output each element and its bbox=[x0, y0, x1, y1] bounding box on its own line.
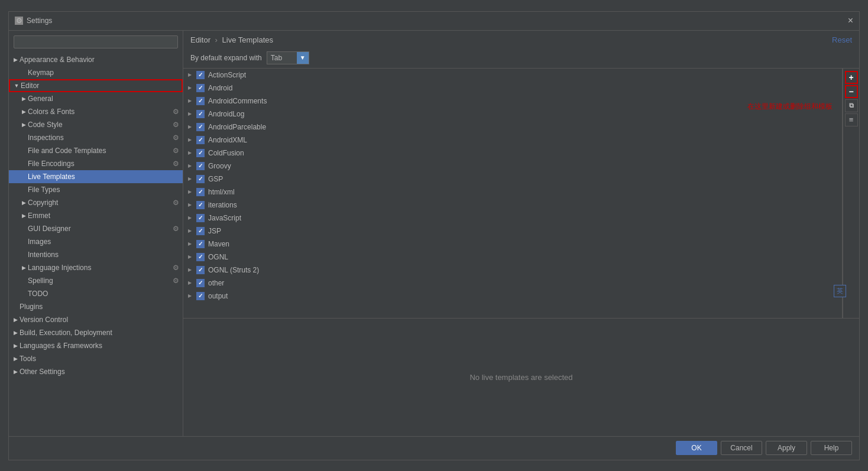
sidebar-item-file-types[interactable]: File Types bbox=[9, 183, 183, 196]
list-item[interactable]: output bbox=[183, 290, 842, 303]
sidebar-item-colors-fonts[interactable]: Colors & Fonts ⚙ bbox=[9, 105, 183, 118]
checkbox-iterations[interactable] bbox=[196, 201, 205, 209]
close-button[interactable]: × bbox=[848, 16, 853, 25]
ok-button[interactable]: OK bbox=[676, 441, 717, 455]
list-item[interactable]: OGNL bbox=[183, 251, 842, 264]
gear-icon-file-encodings: ⚙ bbox=[171, 159, 180, 168]
add-button[interactable]: + bbox=[845, 71, 858, 84]
list-item[interactable]: other bbox=[183, 277, 842, 290]
sidebar-item-tools[interactable]: Tools bbox=[9, 352, 183, 365]
sidebar-item-editor[interactable]: Editor bbox=[9, 79, 183, 92]
list-item[interactable]: html/xml bbox=[183, 186, 842, 199]
checkbox-ognl-struts[interactable] bbox=[196, 266, 205, 274]
checkbox-htmlxml[interactable] bbox=[196, 188, 205, 196]
dropdown-arrow-button[interactable]: ▼ bbox=[297, 52, 309, 64]
checkbox-androidlog[interactable] bbox=[196, 110, 205, 118]
sidebar-item-build[interactable]: Build, Execution, Deployment bbox=[9, 326, 183, 339]
checkbox-maven[interactable] bbox=[196, 240, 205, 248]
list-item[interactable]: ColdFusion bbox=[183, 147, 842, 160]
sidebar-item-languages[interactable]: Languages & Frameworks bbox=[9, 339, 183, 352]
expand-with-dropdown[interactable]: Tab ▼ bbox=[267, 51, 309, 64]
list-item-label: AndroidComments bbox=[208, 97, 267, 105]
checkbox-androidcomments[interactable] bbox=[196, 97, 205, 105]
list-row-arrow bbox=[188, 202, 196, 207]
arrow-code-style bbox=[20, 121, 28, 129]
arrow-copyright bbox=[20, 199, 28, 207]
checkbox-output[interactable] bbox=[196, 292, 205, 300]
sidebar-item-code-style[interactable]: Code Style ⚙ bbox=[9, 118, 183, 131]
list-item[interactable]: Groovy bbox=[183, 160, 842, 173]
checkbox-coldfusion[interactable] bbox=[196, 149, 205, 157]
remove-button[interactable]: − bbox=[845, 85, 858, 98]
list-row-arrow bbox=[188, 98, 196, 103]
checkbox-other[interactable] bbox=[196, 279, 205, 287]
cancel-button[interactable]: Cancel bbox=[721, 441, 762, 455]
language-indicator[interactable]: 英 bbox=[834, 285, 846, 297]
checkbox-javascript[interactable] bbox=[196, 214, 205, 222]
checkbox-androidxml[interactable] bbox=[196, 136, 205, 144]
sidebar-item-live-templates[interactable]: Live Templates bbox=[9, 170, 183, 183]
arrow-other bbox=[11, 368, 20, 376]
list-item[interactable]: ActionScript bbox=[183, 69, 842, 82]
sidebar-item-file-code-templates[interactable]: File and Code Templates ⚙ bbox=[9, 144, 183, 157]
sidebar-item-keymap[interactable]: Keymap bbox=[9, 66, 183, 79]
list-item[interactable]: JSP bbox=[183, 225, 842, 238]
list-item[interactable]: AndroidComments bbox=[183, 95, 842, 108]
list-item[interactable]: JavaScript bbox=[183, 212, 842, 225]
breadcrumb: Editor › Live Templates bbox=[190, 35, 273, 44]
list-item[interactable]: AndroidXML bbox=[183, 134, 842, 147]
sidebar-item-todo[interactable]: TODO bbox=[9, 287, 183, 300]
list-row-arrow bbox=[188, 72, 196, 77]
sidebar-item-plugins[interactable]: Plugins bbox=[9, 300, 183, 313]
checkbox-groovy[interactable] bbox=[196, 162, 205, 170]
sidebar-item-gui-designer[interactable]: GUI Designer ⚙ bbox=[9, 222, 183, 235]
list-item[interactable]: AndroidLog bbox=[183, 108, 842, 121]
checkbox-jsp[interactable] bbox=[196, 227, 205, 235]
template-groups-list: ActionScript Android AndroidComments bbox=[183, 69, 843, 318]
sidebar-item-intentions[interactable]: Intentions bbox=[9, 248, 183, 261]
checkbox-gsp[interactable] bbox=[196, 175, 205, 183]
tree-container: Appearance & Behavior Keymap Editor Gene… bbox=[9, 53, 183, 436]
main-content: Appearance & Behavior Keymap Editor Gene… bbox=[9, 31, 859, 436]
sidebar-item-file-encodings[interactable]: File Encodings ⚙ bbox=[9, 157, 183, 170]
list-item-label: GSP bbox=[208, 175, 223, 183]
list-item[interactable]: Android bbox=[183, 82, 842, 95]
settings-button[interactable]: ≡ bbox=[845, 113, 858, 126]
list-item[interactable]: GSP bbox=[183, 173, 842, 186]
sidebar-item-general[interactable]: General bbox=[9, 92, 183, 105]
list-row-arrow bbox=[188, 85, 196, 90]
list-item-label: OGNL bbox=[208, 253, 228, 261]
list-row-arrow bbox=[188, 176, 196, 181]
checkbox-androidparcelable[interactable] bbox=[196, 123, 205, 131]
arrow-colors-fonts bbox=[20, 108, 28, 116]
arrow-lang-inject bbox=[20, 264, 28, 272]
sidebar-item-spelling[interactable]: Spelling ⚙ bbox=[9, 274, 183, 287]
list-item-label: AndroidXML bbox=[208, 136, 247, 144]
copy-button[interactable]: ⧉ bbox=[845, 99, 858, 112]
list-item[interactable]: Maven bbox=[183, 238, 842, 251]
search-input[interactable] bbox=[14, 35, 178, 48]
help-button[interactable]: Help bbox=[811, 441, 852, 455]
checkbox-actionscript[interactable] bbox=[196, 71, 205, 79]
checkbox-ognl[interactable] bbox=[196, 253, 205, 261]
sidebar-item-inspections[interactable]: Inspections ⚙ bbox=[9, 131, 183, 144]
title-bar: ⚙ Settings × bbox=[9, 12, 859, 31]
list-item[interactable]: AndroidParcelable bbox=[183, 121, 842, 134]
apply-button[interactable]: Apply bbox=[766, 441, 807, 455]
sidebar-item-images[interactable]: Images bbox=[9, 235, 183, 248]
sidebar-item-version-control[interactable]: Version Control bbox=[9, 313, 183, 326]
checkbox-android[interactable] bbox=[196, 84, 205, 92]
arrow-vc bbox=[11, 316, 20, 324]
gear-icon-code-style: ⚙ bbox=[171, 120, 180, 129]
sidebar-item-copyright[interactable]: Copyright ⚙ bbox=[9, 196, 183, 209]
breadcrumb-parent: Editor bbox=[190, 35, 210, 44]
sidebar-item-appearance[interactable]: Appearance & Behavior bbox=[9, 53, 183, 66]
list-item[interactable]: iterations bbox=[183, 199, 842, 212]
list-row-arrow bbox=[188, 293, 196, 298]
settings-dialog: ⚙ Settings × Appearance & Behavior Keyma… bbox=[8, 11, 860, 460]
sidebar-item-other[interactable]: Other Settings bbox=[9, 365, 183, 378]
reset-button[interactable]: Reset bbox=[832, 35, 852, 44]
list-item[interactable]: OGNL (Struts 2) bbox=[183, 264, 842, 277]
sidebar-item-emmet[interactable]: Emmet bbox=[9, 209, 183, 222]
sidebar-item-language-injections[interactable]: Language Injections ⚙ bbox=[9, 261, 183, 274]
